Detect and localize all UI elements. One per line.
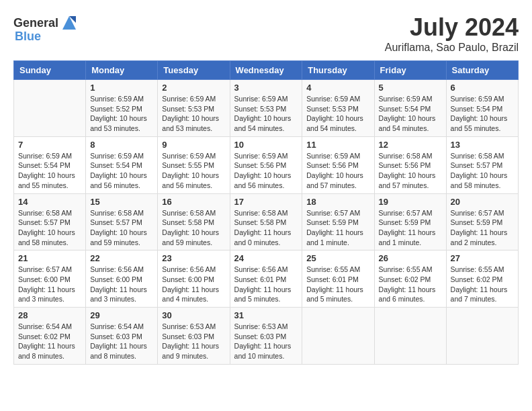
table-row: 12Sunrise: 6:58 AM Sunset: 5:56 PM Dayli…: [374, 136, 446, 193]
day-info: Sunrise: 6:58 AM Sunset: 5:58 PM Dayligh…: [162, 208, 225, 248]
day-info: Sunrise: 6:58 AM Sunset: 5:58 PM Dayligh…: [234, 208, 298, 248]
col-wednesday: Wednesday: [230, 61, 302, 80]
table-row: 10Sunrise: 6:59 AM Sunset: 5:56 PM Dayli…: [230, 136, 302, 193]
day-number: 10: [234, 140, 298, 150]
table-row: 11Sunrise: 6:59 AM Sunset: 5:56 PM Dayli…: [302, 136, 374, 193]
day-info: Sunrise: 6:56 AM Sunset: 6:00 PM Dayligh…: [162, 265, 225, 304]
table-row: 25Sunrise: 6:55 AM Sunset: 6:01 PM Dayli…: [302, 250, 374, 308]
day-info: Sunrise: 6:56 AM Sunset: 6:01 PM Dayligh…: [234, 265, 298, 304]
day-info: Sunrise: 6:59 AM Sunset: 5:56 PM Dayligh…: [234, 151, 298, 191]
table-row: 7Sunrise: 6:59 AM Sunset: 5:54 PM Daylig…: [14, 136, 86, 193]
day-number: 16: [162, 197, 225, 207]
day-number: 27: [451, 253, 514, 263]
day-info: Sunrise: 6:57 AM Sunset: 5:59 PM Dayligh…: [306, 208, 369, 248]
day-number: 23: [162, 253, 225, 263]
day-info: Sunrise: 6:55 AM Sunset: 6:02 PM Dayligh…: [451, 265, 514, 304]
table-row: [446, 308, 518, 365]
logo-icon: [60, 13, 79, 32]
day-info: Sunrise: 6:59 AM Sunset: 5:54 PM Dayligh…: [379, 94, 442, 134]
table-row: 20Sunrise: 6:57 AM Sunset: 5:59 PM Dayli…: [446, 193, 518, 250]
calendar-week-5: 28Sunrise: 6:54 AM Sunset: 6:02 PM Dayli…: [14, 308, 519, 365]
day-info: Sunrise: 6:55 AM Sunset: 6:01 PM Dayligh…: [306, 265, 369, 304]
day-number: 18: [306, 197, 369, 207]
table-row: 21Sunrise: 6:57 AM Sunset: 6:00 PM Dayli…: [14, 250, 86, 308]
day-info: Sunrise: 6:59 AM Sunset: 5:55 PM Dayligh…: [162, 151, 225, 191]
table-row: 27Sunrise: 6:55 AM Sunset: 6:02 PM Dayli…: [446, 250, 518, 308]
day-number: 17: [234, 197, 298, 207]
day-info: Sunrise: 6:53 AM Sunset: 6:03 PM Dayligh…: [234, 322, 298, 361]
calendar-header-row: Sunday Monday Tuesday Wednesday Thursday…: [14, 61, 519, 80]
day-info: Sunrise: 6:54 AM Sunset: 6:03 PM Dayligh…: [90, 322, 153, 361]
day-info: Sunrise: 6:58 AM Sunset: 5:57 PM Dayligh…: [18, 208, 81, 248]
page-header: General Blue July 2024 Auriflama, Sao Pa…: [13, 13, 519, 54]
table-row: 22Sunrise: 6:56 AM Sunset: 6:00 PM Dayli…: [86, 250, 158, 308]
day-number: 31: [234, 310, 298, 320]
table-row: 2Sunrise: 6:59 AM Sunset: 5:53 PM Daylig…: [158, 80, 230, 137]
day-number: 24: [234, 253, 298, 263]
day-number: 11: [306, 140, 369, 150]
day-info: Sunrise: 6:58 AM Sunset: 5:57 PM Dayligh…: [451, 151, 514, 191]
table-row: [374, 308, 446, 365]
table-row: 6Sunrise: 6:59 AM Sunset: 5:54 PM Daylig…: [446, 80, 518, 137]
day-number: 21: [18, 253, 81, 263]
table-row: 3Sunrise: 6:59 AM Sunset: 5:53 PM Daylig…: [230, 80, 302, 137]
day-info: Sunrise: 6:59 AM Sunset: 5:54 PM Dayligh…: [451, 94, 514, 134]
day-number: 15: [90, 197, 153, 207]
table-row: 28Sunrise: 6:54 AM Sunset: 6:02 PM Dayli…: [14, 308, 86, 365]
calendar-week-1: 1Sunrise: 6:59 AM Sunset: 5:52 PM Daylig…: [14, 80, 519, 137]
calendar-week-3: 14Sunrise: 6:58 AM Sunset: 5:57 PM Dayli…: [14, 193, 519, 250]
col-saturday: Saturday: [446, 61, 518, 80]
day-number: 9: [162, 140, 225, 150]
day-info: Sunrise: 6:58 AM Sunset: 5:56 PM Dayligh…: [379, 151, 442, 191]
day-number: 13: [451, 140, 514, 150]
table-row: 15Sunrise: 6:58 AM Sunset: 5:57 PM Dayli…: [86, 193, 158, 250]
day-info: Sunrise: 6:59 AM Sunset: 5:53 PM Dayligh…: [234, 94, 298, 134]
day-info: Sunrise: 6:58 AM Sunset: 5:57 PM Dayligh…: [90, 208, 153, 248]
table-row: 5Sunrise: 6:59 AM Sunset: 5:54 PM Daylig…: [374, 80, 446, 137]
month-year-title: July 2024: [385, 13, 519, 42]
day-number: 3: [234, 83, 298, 93]
day-number: 14: [18, 197, 81, 207]
logo: General Blue: [13, 13, 79, 44]
table-row: 1Sunrise: 6:59 AM Sunset: 5:52 PM Daylig…: [86, 80, 158, 137]
day-info: Sunrise: 6:59 AM Sunset: 5:52 PM Dayligh…: [90, 94, 153, 134]
location-subtitle: Auriflama, Sao Paulo, Brazil: [385, 42, 519, 54]
table-row: 31Sunrise: 6:53 AM Sunset: 6:03 PM Dayli…: [230, 308, 302, 365]
calendar-week-2: 7Sunrise: 6:59 AM Sunset: 5:54 PM Daylig…: [14, 136, 519, 193]
day-number: 29: [90, 310, 153, 320]
table-row: 4Sunrise: 6:59 AM Sunset: 5:53 PM Daylig…: [302, 80, 374, 137]
table-row: 9Sunrise: 6:59 AM Sunset: 5:55 PM Daylig…: [158, 136, 230, 193]
day-number: 5: [379, 83, 442, 93]
day-info: Sunrise: 6:57 AM Sunset: 5:59 PM Dayligh…: [451, 208, 514, 248]
logo-general: General: [13, 16, 58, 30]
day-info: Sunrise: 6:57 AM Sunset: 5:59 PM Dayligh…: [379, 208, 442, 248]
day-info: Sunrise: 6:56 AM Sunset: 6:00 PM Dayligh…: [90, 265, 153, 304]
col-sunday: Sunday: [14, 61, 86, 80]
table-row: 30Sunrise: 6:53 AM Sunset: 6:03 PM Dayli…: [158, 308, 230, 365]
day-number: 8: [90, 140, 153, 150]
table-row: 19Sunrise: 6:57 AM Sunset: 5:59 PM Dayli…: [374, 193, 446, 250]
table-row: 8Sunrise: 6:59 AM Sunset: 5:54 PM Daylig…: [86, 136, 158, 193]
col-thursday: Thursday: [302, 61, 374, 80]
day-info: Sunrise: 6:59 AM Sunset: 5:53 PM Dayligh…: [306, 94, 369, 134]
day-info: Sunrise: 6:59 AM Sunset: 5:53 PM Dayligh…: [162, 94, 225, 134]
col-tuesday: Tuesday: [158, 61, 230, 80]
day-info: Sunrise: 6:59 AM Sunset: 5:54 PM Dayligh…: [90, 151, 153, 191]
day-number: 4: [306, 83, 369, 93]
day-info: Sunrise: 6:59 AM Sunset: 5:54 PM Dayligh…: [18, 151, 81, 191]
day-info: Sunrise: 6:54 AM Sunset: 6:02 PM Dayligh…: [18, 322, 81, 361]
day-number: 30: [162, 310, 225, 320]
table-row: 17Sunrise: 6:58 AM Sunset: 5:58 PM Dayli…: [230, 193, 302, 250]
day-number: 6: [451, 83, 514, 93]
col-friday: Friday: [374, 61, 446, 80]
table-row: 23Sunrise: 6:56 AM Sunset: 6:00 PM Dayli…: [158, 250, 230, 308]
day-number: 20: [451, 197, 514, 207]
table-row: 16Sunrise: 6:58 AM Sunset: 5:58 PM Dayli…: [158, 193, 230, 250]
col-monday: Monday: [86, 61, 158, 80]
day-number: 2: [162, 83, 225, 93]
day-info: Sunrise: 6:53 AM Sunset: 6:03 PM Dayligh…: [162, 322, 225, 361]
table-row: [302, 308, 374, 365]
table-row: 18Sunrise: 6:57 AM Sunset: 5:59 PM Dayli…: [302, 193, 374, 250]
day-info: Sunrise: 6:59 AM Sunset: 5:56 PM Dayligh…: [306, 151, 369, 191]
day-number: 12: [379, 140, 442, 150]
